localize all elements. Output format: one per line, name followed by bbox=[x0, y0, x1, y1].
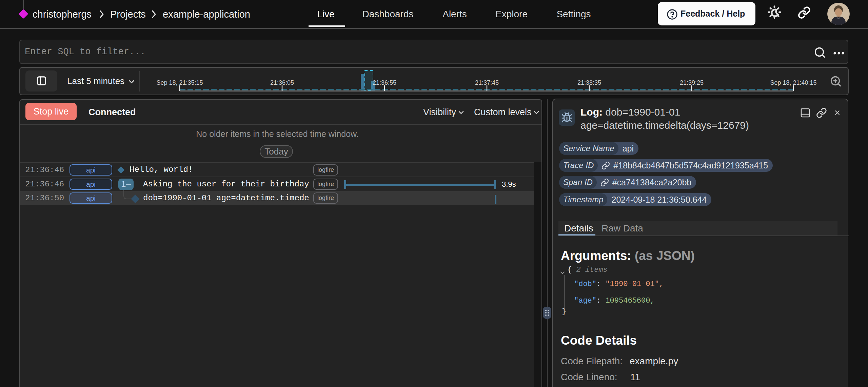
svg-text:21:36:55: 21:36:55 bbox=[373, 79, 396, 86]
svg-text:21:38:35: 21:38:35 bbox=[577, 79, 601, 86]
svg-text:21:39:25: 21:39:25 bbox=[680, 79, 704, 86]
svg-text:Sep 18, 21:35:15: Sep 18, 21:35:15 bbox=[156, 79, 203, 86]
svg-text:21:36:05: 21:36:05 bbox=[270, 79, 294, 86]
svg-text:Sep 18, 21:40:15: Sep 18, 21:40:15 bbox=[770, 79, 816, 86]
svg-text:21:37:45: 21:37:45 bbox=[475, 79, 499, 86]
